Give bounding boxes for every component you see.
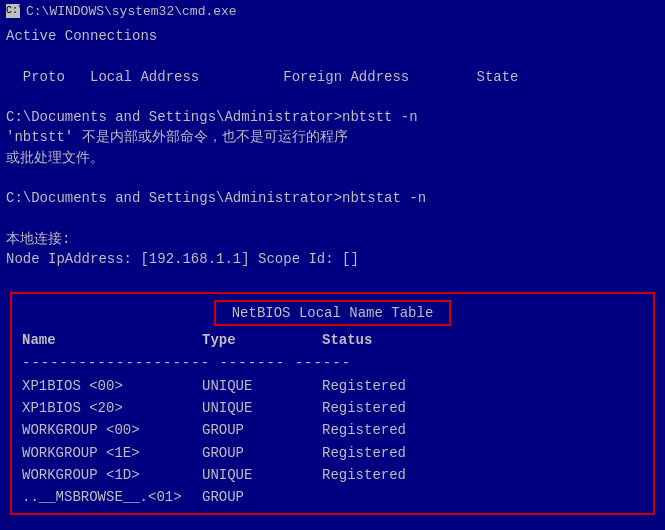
row-1-status: Registered xyxy=(322,376,462,396)
row-1-name: XP1BIOS <00> xyxy=(22,376,202,396)
blank-line-1 xyxy=(6,46,659,66)
row-5-name: WORKGROUP <1D> xyxy=(22,465,202,485)
row-6-status xyxy=(322,487,462,507)
blank-line-3 xyxy=(6,168,659,188)
col-name-header: Name xyxy=(22,330,202,350)
table-separator: -------------------- ------- ------ xyxy=(16,352,649,374)
blank-line-4 xyxy=(6,209,659,229)
header-row: Proto Local Address Foreign Address Stat… xyxy=(6,67,659,87)
active-connections-label: Active Connections xyxy=(6,26,659,46)
title-bar-text: C:\WINDOWS\system32\cmd.exe xyxy=(26,4,237,19)
table-row: WORKGROUP <1D> UNIQUE Registered xyxy=(16,464,649,486)
row-3-name: WORKGROUP <00> xyxy=(22,420,202,440)
table-row: XP1BIOS <00> UNIQUE Registered xyxy=(16,375,649,397)
row-6-name: ..__MSBROWSE__.<01> xyxy=(22,487,202,507)
table-row: WORKGROUP <00> GROUP Registered xyxy=(16,419,649,441)
netbios-table-outer: NetBIOS Local Name Table Name Type Statu… xyxy=(10,292,655,515)
title-bar: C:\ C:\WINDOWS\system32\cmd.exe xyxy=(0,0,665,22)
node-ip-line: Node IpAddress: [192.168.1.1] Scope Id: … xyxy=(6,249,659,269)
row-6-type: GROUP xyxy=(202,487,322,507)
table-row: WORKGROUP <1E> GROUP Registered xyxy=(16,442,649,464)
row-2-status: Registered xyxy=(322,398,462,418)
col-status-header: Status xyxy=(322,330,462,350)
row-2-type: UNIQUE xyxy=(202,398,322,418)
cmd-window: C:\ C:\WINDOWS\system32\cmd.exe Active C… xyxy=(0,0,665,530)
error-line-2: 或批处理文件。 xyxy=(6,148,659,168)
prompt-1: C:\Documents and Settings\Administrator>… xyxy=(6,107,659,127)
window-icon: C:\ xyxy=(6,4,20,18)
netbios-title: NetBIOS Local Name Table xyxy=(214,300,452,326)
prompt-2: C:\Documents and Settings\Administrator>… xyxy=(6,188,659,208)
row-3-type: GROUP xyxy=(202,420,322,440)
row-4-status: Registered xyxy=(322,443,462,463)
table-row: XP1BIOS <20> UNIQUE Registered xyxy=(16,397,649,419)
netbios-header: NetBIOS Local Name Table xyxy=(16,300,649,326)
row-4-type: GROUP xyxy=(202,443,322,463)
row-4-name: WORKGROUP <1E> xyxy=(22,443,202,463)
row-1-type: UNIQUE xyxy=(202,376,322,396)
table-column-headers: Name Type Status xyxy=(16,328,649,352)
row-5-type: UNIQUE xyxy=(202,465,322,485)
cmd-content[interactable]: Active Connections Proto Local Address F… xyxy=(0,22,665,530)
error-line-1: 'nbtstt' 不是内部或外部命令，也不是可运行的程序 xyxy=(6,127,659,147)
blank-line-5 xyxy=(6,270,659,290)
table-row: ..__MSBROWSE__.<01> GROUP xyxy=(16,486,649,508)
local-conn-label: 本地连接: xyxy=(6,229,659,249)
col-type-header: Type xyxy=(202,330,322,350)
row-3-status: Registered xyxy=(322,420,462,440)
blank-line-2 xyxy=(6,87,659,107)
separator-text: -------------------- ------- ------ xyxy=(22,355,351,371)
row-2-name: XP1BIOS <20> xyxy=(22,398,202,418)
row-5-status: Registered xyxy=(322,465,462,485)
